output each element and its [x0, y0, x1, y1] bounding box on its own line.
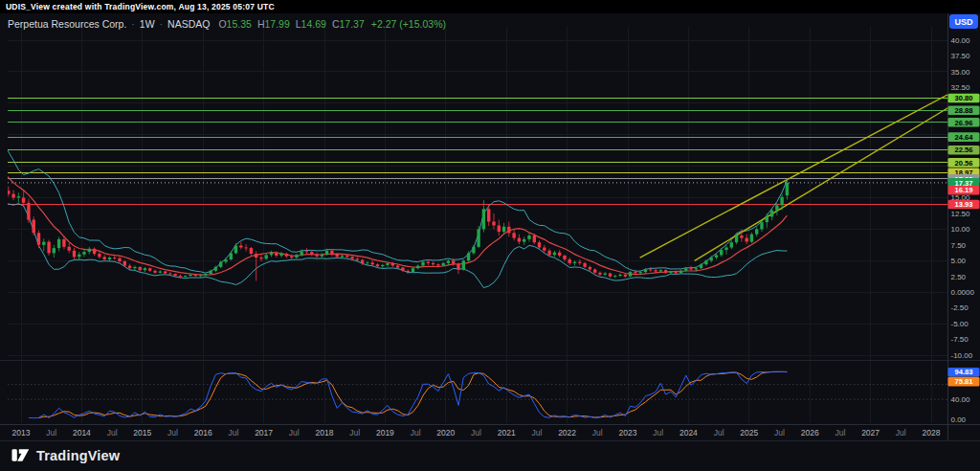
- candle-body: [755, 229, 758, 234]
- gridlines: [8, 27, 947, 423]
- candle-body: [704, 260, 707, 264]
- time-tick-label: 2019: [376, 428, 394, 437]
- candle-body: [2, 188, 5, 191]
- candle-body: [689, 268, 692, 269]
- attribution-text: UDIS_View created with TradingView.com, …: [6, 2, 275, 11]
- price-tick-label: -2.50: [951, 303, 969, 312]
- price-tick-label: -5.00: [951, 320, 969, 328]
- candle-body: [194, 275, 197, 276]
- candle-body: [199, 275, 202, 276]
- candle-body: [73, 251, 76, 258]
- candle-body: [371, 262, 374, 264]
- candle-body: [98, 254, 100, 257]
- candle-body: [720, 250, 723, 255]
- candle-body: [27, 203, 30, 220]
- candle-body: [700, 264, 702, 268]
- level-badge-text: 20.56: [954, 159, 972, 168]
- price-axis[interactable]: 40.0037.5035.0032.5015.0012.5010.007.505…: [948, 36, 980, 424]
- price-tick-label: 5.00: [951, 257, 967, 265]
- price-tick-label: 35.00: [951, 68, 971, 77]
- indicator-tick-label: 0.00: [951, 415, 967, 424]
- price-chart-canvas[interactable]: 40.0037.5035.0032.5015.0012.5010.007.505…: [0, 13, 980, 471]
- candle-body: [684, 268, 687, 271]
- candle-body: [583, 263, 586, 267]
- candle-body: [123, 261, 126, 266]
- tradingview-logo[interactable]: TradingView: [11, 446, 120, 464]
- time-tick-label: Jul: [835, 428, 845, 437]
- candle-body: [22, 198, 25, 203]
- candle-body: [265, 255, 268, 258]
- candle-body: [457, 264, 459, 270]
- price-tick-label: 2.50: [951, 273, 967, 281]
- symbol-name[interactable]: Perpetua Resources Corp.: [8, 18, 126, 30]
- time-tick-label: Jul: [714, 428, 724, 437]
- candle-body: [290, 257, 293, 258]
- price-badge-text: 16.19: [954, 186, 972, 194]
- candle-body: [649, 270, 652, 271]
- candle-body: [715, 255, 718, 258]
- candle-body: [179, 276, 182, 277]
- candle-body: [710, 258, 713, 260]
- candle-body: [82, 252, 85, 255]
- level-lines[interactable]: [8, 99, 947, 205]
- candle-body: [168, 274, 171, 275]
- time-tick-label: Jul: [653, 428, 663, 437]
- time-tick-label: 2016: [194, 428, 212, 437]
- candle-body: [391, 263, 394, 266]
- candle-body: [310, 252, 313, 255]
- candle-body: [786, 183, 789, 195]
- change-value: +2.27 (+15.03%): [371, 18, 446, 30]
- level-badge: 20.56: [948, 158, 980, 168]
- tradingview-wordmark: TradingView: [36, 448, 120, 463]
- time-tick-label: Jul: [349, 428, 360, 437]
- candle-body: [527, 236, 530, 239]
- time-tick-label: Jul: [228, 428, 238, 437]
- candle-body: [78, 255, 80, 258]
- low-value: 14.69: [301, 18, 326, 30]
- open-label: O: [218, 18, 226, 30]
- currency-button[interactable]: USD: [949, 14, 978, 29]
- candle-body: [57, 239, 60, 248]
- candle-body: [330, 251, 333, 255]
- candle-body: [502, 227, 505, 232]
- candle-body: [108, 258, 111, 259]
- tradingview-logo-icon: [11, 446, 30, 464]
- candle-body: [209, 271, 212, 274]
- candle-body: [17, 196, 20, 197]
- legend-separator: ·: [131, 18, 135, 30]
- candle-body: [68, 247, 71, 251]
- bollinger-lower-line: [0, 168, 787, 288]
- legend-separator: ·: [160, 18, 164, 30]
- candle-body: [259, 258, 262, 258]
- trend-line: [695, 107, 949, 261]
- candle-body: [634, 272, 636, 273]
- candle-body: [250, 248, 253, 254]
- time-tick-label: Jul: [46, 428, 56, 437]
- candle-body: [11, 194, 14, 198]
- candle-body: [88, 249, 91, 252]
- candle-body: [533, 236, 536, 242]
- candles-layer[interactable]: [0, 123, 789, 281]
- time-axis[interactable]: 2013Jul2014Jul2015Jul2016Jul2017Jul2018J…: [12, 428, 941, 437]
- candle-body: [315, 255, 318, 257]
- exchange-label: NASDAQ: [167, 18, 210, 30]
- price-tick-label: 10.00: [951, 225, 971, 234]
- trendlines[interactable]: [640, 94, 949, 260]
- candle-body: [578, 262, 581, 263]
- candle-body: [204, 274, 207, 275]
- candle-body: [37, 233, 40, 245]
- interval-label[interactable]: 1W: [140, 18, 155, 30]
- candle-body: [173, 274, 176, 276]
- candle-body: [746, 238, 748, 242]
- chart-area[interactable]: 40.0037.5035.0032.5015.0012.5010.007.505…: [0, 13, 980, 471]
- candle-body: [487, 209, 490, 221]
- time-tick-label: Jul: [471, 428, 481, 437]
- candle-body: [452, 260, 455, 263]
- bollinger-upper-line: [0, 135, 787, 274]
- level-badge: 26.96: [948, 118, 980, 127]
- candle-body: [244, 248, 247, 249]
- time-tick-label: 2014: [73, 428, 91, 437]
- candle-body: [33, 220, 35, 234]
- indicator-pane[interactable]: [8, 371, 947, 418]
- candle-body: [255, 254, 257, 258]
